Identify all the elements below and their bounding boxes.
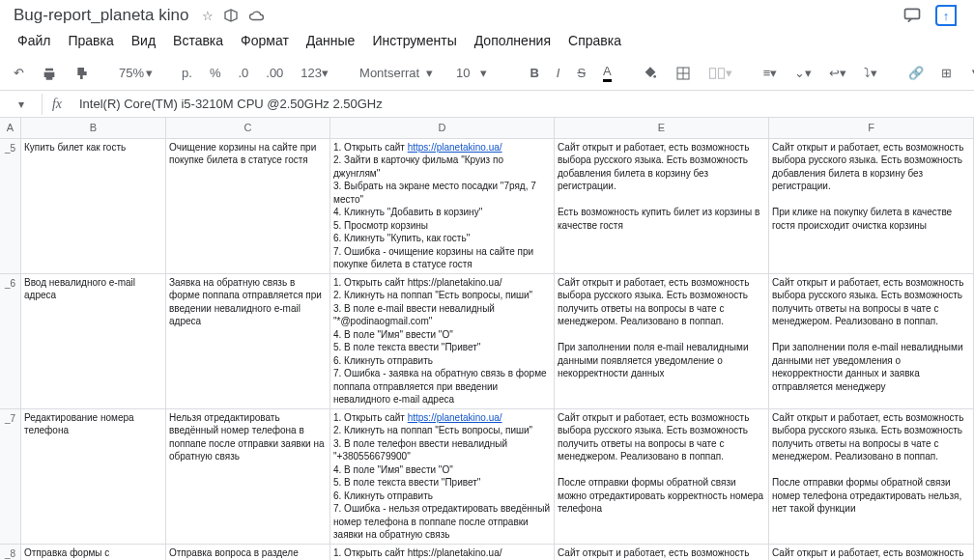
italic-button[interactable]: I (551, 62, 566, 84)
row-header[interactable]: _5 (0, 139, 21, 274)
percent-button[interactable]: % (204, 62, 227, 84)
col-header-c[interactable]: C (166, 118, 330, 139)
comment-icon[interactable] (902, 6, 922, 25)
menu-bar: Файл Правка Вид Вставка Формат Данные Ин… (10, 27, 964, 56)
row-header[interactable]: _6 (0, 274, 21, 409)
col-header-f[interactable]: F (769, 118, 974, 139)
menu-insert[interactable]: Вставка (165, 29, 231, 52)
col-header-d[interactable]: D (330, 118, 555, 139)
row-header[interactable]: _8 (0, 545, 21, 560)
zoom-select[interactable]: 75% ▾ (115, 64, 157, 82)
star-icon[interactable]: ☆ (202, 9, 214, 23)
undo-button[interactable]: ↶ (8, 62, 30, 84)
cell[interactable]: 1. Открыть сайт https://planetakino.ua/ … (330, 545, 555, 560)
insert-chart-button[interactable]: ⊞ (935, 62, 958, 84)
svg-rect-4 (718, 68, 724, 78)
cell[interactable]: Сайт открыт и работает, есть возможность… (769, 139, 974, 274)
cloud-icon[interactable] (248, 9, 266, 22)
document-title[interactable]: Bug-report_planeta kino (10, 4, 192, 27)
wrap-button[interactable]: ↩ ▾ (823, 62, 852, 84)
cell[interactable]: Купить билет как гость (21, 139, 166, 274)
cell-link: https://planetakino.ua/ (408, 142, 502, 153)
col-header-b[interactable]: B (21, 118, 166, 139)
increase-decimal-button[interactable]: .00 (260, 62, 289, 84)
move-icon[interactable] (223, 8, 239, 23)
print-button[interactable] (36, 62, 63, 85)
valign-button[interactable]: ⌄ ▾ (788, 62, 817, 84)
menu-data[interactable]: Данные (299, 29, 363, 52)
strike-button[interactable]: S (571, 62, 591, 84)
cell[interactable]: Отправка вопроса в разделе "Ответы на во… (166, 545, 330, 560)
svg-point-1 (653, 75, 656, 78)
svg-rect-3 (709, 68, 715, 78)
number-format-button[interactable]: 123 ▾ (295, 62, 334, 84)
currency-button[interactable]: р. (176, 62, 198, 84)
cell[interactable]: Нельзя отредактировать введённый номер т… (166, 409, 330, 545)
decrease-decimal-button[interactable]: .0 (232, 62, 254, 84)
cell[interactable]: Сайт открыт и работает, есть возможность… (769, 274, 974, 409)
cell[interactable]: 1. Открыть сайт https://planetakino.ua/ … (330, 139, 555, 274)
spreadsheet-grid: A B C D E F _5 Купить билет как гость Оч… (0, 118, 974, 560)
menu-help[interactable]: Справка (560, 29, 629, 52)
bold-button[interactable]: B (524, 62, 544, 84)
filter-button[interactable]: ▼ (963, 62, 974, 84)
fill-color-button[interactable] (637, 62, 664, 85)
cell[interactable]: Очищение корзины на сайте при покупке би… (166, 139, 330, 274)
halign-button[interactable]: ≡ ▾ (758, 62, 784, 84)
rotate-button[interactable]: ⤵ ▾ (858, 62, 883, 84)
cell[interactable]: Сайт открыт и работает, есть возможность… (555, 545, 769, 560)
font-size-select[interactable]: 10 ▾ (450, 64, 504, 82)
cell[interactable]: Сайт открыт и работает, есть возможность… (769, 545, 974, 560)
menu-tools[interactable]: Инструменты (364, 29, 464, 52)
borders-button[interactable] (670, 62, 697, 85)
text-color-button[interactable]: A (597, 60, 617, 86)
menu-edit[interactable]: Правка (60, 29, 121, 52)
col-header-a[interactable]: A (0, 118, 21, 139)
fx-icon: fx (43, 97, 72, 112)
row-header[interactable]: _7 (0, 409, 21, 545)
svg-rect-0 (905, 9, 920, 18)
menu-file[interactable]: Файл (10, 29, 58, 52)
cell[interactable]: 1. Открыть сайт https://planetakino.ua/ … (330, 274, 555, 409)
cell[interactable]: Сайт открыт и работает, есть возможность… (769, 409, 974, 545)
cell[interactable]: Сайт открыт и работает, есть возможность… (555, 139, 769, 274)
share-button[interactable]: ↑ (935, 5, 957, 26)
font-select[interactable]: Montserrat ▾ (354, 64, 431, 82)
cell[interactable]: Сайт открыт и работает, есть возможность… (555, 274, 769, 409)
cell[interactable]: Сайт открыт и работает, есть возможность… (555, 409, 769, 545)
name-box[interactable]: ▾ (0, 94, 43, 115)
col-header-e[interactable]: E (555, 118, 769, 139)
cell[interactable]: 1. Открыть сайт https://planetakino.ua/ … (330, 409, 555, 545)
toolbar: ↶ 75% ▾ р. % .0 .00 123 ▾ Montserrat ▾ 1… (0, 56, 974, 91)
cell[interactable]: Заявка на обратную связь в форме поппапа… (166, 274, 330, 409)
cell[interactable]: Редактирование номера телефона (21, 409, 166, 545)
merge-button[interactable]: ▾ (702, 62, 738, 84)
menu-addons[interactable]: Дополнения (467, 29, 559, 52)
cell[interactable]: Ввод невалидного e-mail адреса (21, 274, 166, 409)
cell-link: https://planetakino.ua/ (408, 412, 502, 423)
cell[interactable]: Отправка формы с валидными данными (21, 545, 166, 560)
paint-format-button[interactable] (69, 62, 96, 85)
link-button[interactable]: 🔗 (902, 62, 930, 84)
menu-view[interactable]: Вид (124, 29, 163, 52)
menu-format[interactable]: Формат (233, 29, 297, 52)
formula-bar[interactable]: Intel(R) Core(TM) i5-3210M CPU @2.50GHz … (72, 93, 974, 115)
